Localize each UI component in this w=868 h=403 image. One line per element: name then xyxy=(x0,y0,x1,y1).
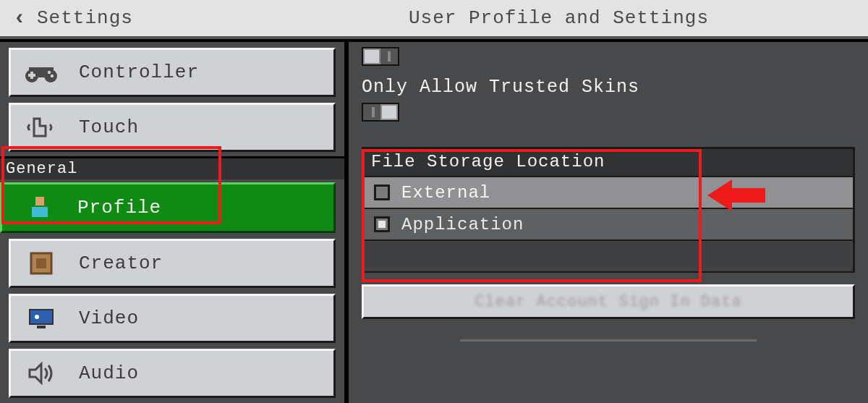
storage-option-external[interactable]: External xyxy=(364,176,853,208)
sidebar-section-general: General xyxy=(0,156,344,179)
svg-point-5 xyxy=(48,71,51,74)
toggle-track-mark xyxy=(372,107,375,117)
video-icon xyxy=(24,304,59,333)
toggle-trusted-skins[interactable] xyxy=(362,103,399,122)
svg-rect-10 xyxy=(36,258,46,268)
sidebar-item-label: Video xyxy=(79,307,139,329)
touch-icon xyxy=(24,113,59,142)
sidebar-item-creator[interactable]: Creator xyxy=(9,239,336,288)
sidebar-item-video[interactable]: Video xyxy=(9,294,336,343)
svg-rect-12 xyxy=(37,326,46,328)
profile-icon xyxy=(22,193,57,222)
main-area: Controller Touch General xyxy=(0,39,868,403)
storage-option-application[interactable]: Application xyxy=(364,208,853,239)
svg-rect-11 xyxy=(30,310,53,324)
toggle-row-top xyxy=(362,46,855,67)
svg-rect-7 xyxy=(35,197,44,205)
divider xyxy=(460,339,756,342)
clear-account-label: Clear Account Sign In Data xyxy=(475,293,741,311)
toggle-unknown[interactable] xyxy=(362,47,399,66)
creator-icon xyxy=(24,249,59,278)
svg-rect-4 xyxy=(28,74,35,77)
clear-account-button[interactable]: Clear Account Sign In Data xyxy=(362,284,855,319)
toggle-row-trusted xyxy=(362,102,855,122)
back-chevron-icon: ‹ xyxy=(13,6,27,30)
radio-box-icon xyxy=(374,216,390,232)
audio-icon xyxy=(24,359,59,388)
sidebar-item-audio[interactable]: Audio xyxy=(9,349,336,398)
trusted-skins-label: Only Allow Trusted Skins xyxy=(362,77,855,98)
sidebar-item-label: Profile xyxy=(77,197,161,219)
svg-rect-8 xyxy=(32,207,48,217)
toggle-track-mark xyxy=(388,51,391,61)
back-label: Settings xyxy=(37,7,133,29)
sidebar: Controller Touch General xyxy=(0,42,349,403)
file-storage-section: File Storage Location External Applicati… xyxy=(362,147,855,273)
radio-box-icon xyxy=(374,184,390,200)
toggle-knob xyxy=(363,48,380,64)
storage-spacer xyxy=(364,239,853,273)
sidebar-item-controller[interactable]: Controller xyxy=(9,48,336,97)
storage-option-label: External xyxy=(401,183,490,203)
back-button[interactable]: ‹ Settings xyxy=(6,6,133,30)
sidebar-item-profile[interactable]: Profile xyxy=(0,182,336,233)
toggle-knob xyxy=(380,104,398,120)
sidebar-item-label: Touch xyxy=(79,116,139,138)
sidebar-item-label: Controller xyxy=(79,61,199,83)
svg-point-6 xyxy=(51,75,54,77)
sidebar-item-touch[interactable]: Touch xyxy=(9,103,336,152)
file-storage-header: File Storage Location xyxy=(364,149,853,176)
svg-point-13 xyxy=(35,315,39,319)
storage-option-label: Application xyxy=(401,215,524,234)
header-bar: ‹ Settings User Profile and Settings xyxy=(0,0,868,39)
content-panel: Only Allow Trusted Skins File Storage Lo… xyxy=(349,42,868,403)
page-title: User Profile and Settings xyxy=(409,7,709,29)
sidebar-item-label: Creator xyxy=(79,253,163,274)
sidebar-item-label: Audio xyxy=(79,362,139,384)
controller-icon xyxy=(24,58,59,87)
